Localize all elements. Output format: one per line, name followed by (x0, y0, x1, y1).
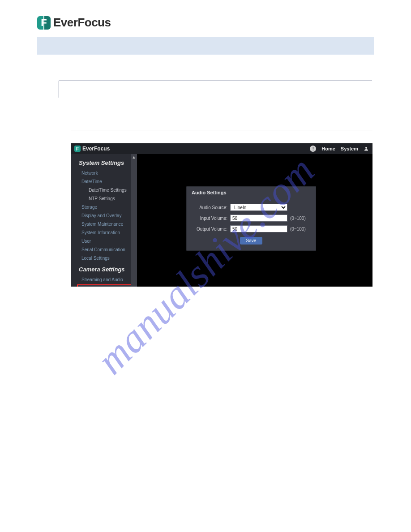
output-volume-field[interactable] (230, 225, 287, 232)
header-light-bar (37, 37, 374, 55)
horizontal-divider (71, 130, 372, 130)
sidebar-camera-title: Camera Settings (71, 262, 137, 275)
scrollbar[interactable]: ▲ (131, 154, 137, 287)
sidebar-item-system-maintenance[interactable]: System Maintenance (71, 220, 137, 228)
page-brand-logo: F EverFocus (37, 16, 111, 30)
sidebar-sub-datetime-settings[interactable]: Date/Time Settings (71, 186, 137, 194)
sidebar-item-local-settings[interactable]: Local Settings (71, 254, 137, 262)
section-rule (59, 81, 372, 98)
scroll-up-icon[interactable]: ▲ (132, 155, 136, 159)
user-icon[interactable] (364, 146, 369, 151)
output-volume-label: Output Volume: (192, 227, 227, 232)
input-volume-label: Input Volume: (192, 216, 227, 221)
svg-point-0 (365, 147, 367, 149)
info-icon[interactable]: ! (310, 146, 316, 152)
nav-system[interactable]: System (341, 146, 358, 151)
audio-source-label: Audio Source: (192, 205, 227, 210)
sidebar-sub-audio-settings[interactable]: Audio Settings (77, 284, 133, 287)
app-screenshot: F EverFocus ! Home System ▲ System Setti… (71, 143, 372, 287)
page-brand-text: EverFocus (53, 16, 111, 30)
audio-settings-panel: Audio Settings Audio Source: LineIn Inpu… (186, 186, 316, 251)
sidebar-system-title: System Settings (71, 158, 137, 169)
sidebar-item-display-overlay[interactable]: Display and Overlay (71, 211, 137, 220)
app-logo-icon: F (74, 146, 81, 152)
sidebar-item-network[interactable]: Network (71, 169, 137, 177)
content-area: Audio Settings Audio Source: LineIn Inpu… (137, 154, 372, 287)
sidebar-sub-ntp-settings[interactable]: NTP Settings (71, 194, 137, 203)
app-brand-text: EverFocus (82, 146, 110, 152)
input-volume-hint: (0~100) (290, 216, 306, 221)
sidebar-item-streaming-audio[interactable]: Streaming and Audio (71, 275, 137, 284)
audio-source-select[interactable]: LineIn (230, 204, 287, 211)
app-topbar: F EverFocus ! Home System (71, 143, 372, 154)
save-button[interactable]: Save (240, 237, 263, 245)
sidebar-item-system-information[interactable]: System Information (71, 228, 137, 237)
panel-title: Audio Settings (186, 186, 316, 199)
logo-icon: F (37, 16, 51, 30)
nav-home[interactable]: Home (321, 146, 335, 151)
output-volume-hint: (0~100) (290, 227, 306, 232)
sidebar-item-datetime[interactable]: Date/Time (71, 177, 137, 186)
app-brand: F EverFocus (74, 146, 110, 152)
sidebar: ▲ System Settings Network Date/Time Date… (71, 154, 137, 287)
sidebar-item-serial-communication[interactable]: Serial Communication (71, 245, 137, 254)
sidebar-item-user[interactable]: User (71, 237, 137, 245)
sidebar-item-storage[interactable]: Storage (71, 203, 137, 211)
input-volume-field[interactable] (230, 215, 287, 222)
